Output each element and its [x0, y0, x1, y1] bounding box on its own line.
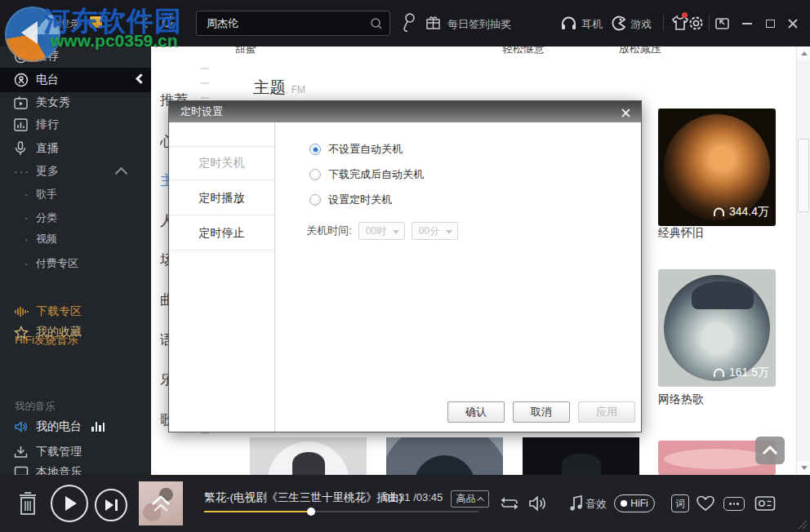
fm-card-title[interactable]: 网络热歌 — [658, 392, 704, 407]
hour-select[interactable]: 00时 — [358, 222, 405, 240]
checkin-label[interactable]: 每日签到抽奖 — [447, 17, 511, 32]
login-link[interactable]: 点此登录 — [41, 17, 80, 31]
hifi-dot-icon — [621, 500, 627, 507]
nav-refresh-icon[interactable] — [160, 15, 175, 29]
headphone-icon — [713, 368, 725, 379]
divider — [663, 15, 664, 31]
now-playing-artwork[interactable] — [139, 481, 183, 525]
checkin-gift-icon[interactable] — [425, 15, 441, 30]
lyrics-button[interactable]: 词 — [671, 494, 689, 512]
shutdown-time-row: 关机时间: 00时 00分 — [306, 222, 458, 240]
option-no-auto-shutdown[interactable]: 不设置自动关机 — [309, 141, 403, 157]
headset-icon[interactable] — [560, 15, 577, 31]
music-note-icon[interactable] — [569, 494, 584, 512]
fm-card-classic[interactable]: 344.4万 — [658, 109, 776, 226]
sidebar-item-more[interactable]: ··· 更多 — [0, 160, 151, 183]
hifi-toggle[interactable]: HiFi — [614, 494, 655, 512]
sidebar-item-beauty-show[interactable]: 美女秀 — [0, 91, 151, 114]
divider — [709, 15, 710, 31]
chevron-down-icon — [446, 230, 452, 234]
play-button[interactable] — [51, 485, 88, 522]
radio-icon[interactable] — [309, 169, 321, 180]
shirt-icon[interactable] — [671, 15, 689, 31]
fm-card-hot[interactable]: 161.5万 — [658, 269, 776, 387]
scroll-down-button[interactable] — [797, 461, 810, 475]
sidebar-item-live[interactable]: 直播 — [0, 137, 151, 160]
desktop-lyrics-icon[interactable] — [754, 494, 776, 512]
volume-icon[interactable] — [527, 494, 549, 513]
sidebar-item-ranking[interactable]: 排行 — [0, 113, 151, 136]
minimize-button[interactable] — [738, 15, 756, 33]
microphone-icon[interactable] — [401, 12, 417, 33]
chevron-up-icon — [762, 446, 778, 455]
play-icon — [65, 496, 77, 511]
fm-card-title[interactable]: 经典怀旧 — [658, 226, 704, 241]
sound-effect-label[interactable]: 音效 — [585, 497, 607, 512]
sidebar-item-categories[interactable]: ·分类 — [0, 206, 151, 229]
quality-selector[interactable]: 高品 — [451, 490, 489, 508]
headset-label[interactable]: 耳机 — [581, 17, 603, 32]
album-cover[interactable] — [386, 437, 503, 475]
tag-destress[interactable]: 放松减压 — [619, 47, 661, 56]
sidebar-item-videos[interactable]: ·视频 — [0, 228, 151, 250]
game-icon[interactable] — [611, 15, 628, 32]
favorite-heart-icon[interactable] — [696, 494, 715, 512]
vertical-scrollbar[interactable] — [796, 47, 810, 475]
sidebar-item-recommend[interactable]: 推荐 — [0, 45, 151, 68]
trash-icon[interactable] — [18, 490, 38, 516]
login-gift-icon[interactable] — [90, 16, 102, 28]
mini-mode-icon[interactable] — [714, 15, 732, 33]
search-icon[interactable] — [370, 17, 383, 30]
tab-timed-shutdown[interactable]: 定时关机 — [169, 146, 274, 180]
sidebar: 推荐 电台 美女秀 排行 直播 ··· 更多 ·歌手 ·分类 ·视频 ·付费专区… — [0, 47, 151, 475]
album-cover[interactable] — [523, 437, 639, 475]
next-track-button[interactable] — [95, 489, 127, 521]
search-box[interactable] — [196, 11, 390, 36]
collapse-chevron-icon[interactable] — [115, 167, 128, 180]
progress-bar[interactable] — [204, 511, 478, 512]
sidebar-item-singers[interactable]: ·歌手 — [0, 183, 151, 206]
option-shutdown-after-download[interactable]: 下载完成后自动关机 — [309, 166, 424, 183]
minute-select[interactable]: 00分 — [412, 222, 458, 240]
tag-sweet[interactable]: 甜蜜 — [235, 47, 256, 56]
search-input[interactable] — [197, 17, 370, 29]
sidebar-item-paid-zone[interactable]: ·付费专区 — [0, 252, 151, 275]
now-playing-title[interactable]: 繁花-(电视剧《三生三世十里桃花》插曲) — [204, 490, 403, 505]
sidebar-item-radio[interactable]: 电台 — [0, 68, 151, 92]
dialog-close-icon[interactable] — [618, 105, 633, 120]
settings-gear-icon[interactable] — [688, 15, 705, 32]
radio-selected-icon[interactable] — [309, 144, 321, 155]
headphone-icon — [713, 207, 725, 218]
back-to-top-button[interactable] — [755, 437, 785, 464]
loop-mode-icon[interactable] — [500, 494, 519, 512]
scrollbar-thumb[interactable] — [798, 139, 809, 212]
resize-grip[interactable] — [799, 521, 807, 529]
confirm-button[interactable]: 确认 — [447, 401, 505, 423]
notification-dot — [682, 12, 688, 18]
tv-play-icon — [14, 96, 28, 109]
expand-player-chevron-icon — [150, 494, 171, 512]
carousel-indicator — [201, 82, 209, 84]
scroll-up-button[interactable] — [797, 47, 810, 60]
tab-timed-play[interactable]: 定时播放 — [169, 181, 274, 215]
album-cover[interactable] — [250, 437, 367, 475]
sidebar-item-download-manager[interactable]: 下载管理 — [0, 441, 151, 463]
tab-timed-stop[interactable]: 定时停止 — [169, 216, 274, 250]
game-label[interactable]: 游戏 — [630, 17, 652, 32]
progress-knob[interactable] — [307, 508, 315, 516]
cancel-button[interactable]: 取消 — [513, 401, 570, 423]
playback-time: 01:31 /03:45 — [384, 491, 443, 503]
chevron-down-icon — [393, 230, 399, 234]
sidebar-item-download-zone[interactable]: 下载专区 — [0, 300, 151, 323]
option-set-timed-shutdown[interactable]: 设置定时关机 — [309, 192, 392, 208]
nav-back-icon[interactable] — [140, 16, 149, 29]
maximize-button[interactable] — [761, 15, 779, 33]
sidebar-item-favorites[interactable]: 我的收藏 — [0, 321, 151, 344]
close-button[interactable] — [784, 15, 802, 33]
radio-icon[interactable] — [309, 194, 321, 206]
more-options-button[interactable] — [723, 497, 745, 511]
sidebar-item-my-radio[interactable]: 我的电台 — [0, 415, 151, 438]
dialog-header[interactable]: 定时设置 — [169, 101, 641, 122]
chevron-up-icon — [477, 497, 483, 503]
tag-relaxed[interactable]: 轻松惬意 — [502, 47, 545, 56]
